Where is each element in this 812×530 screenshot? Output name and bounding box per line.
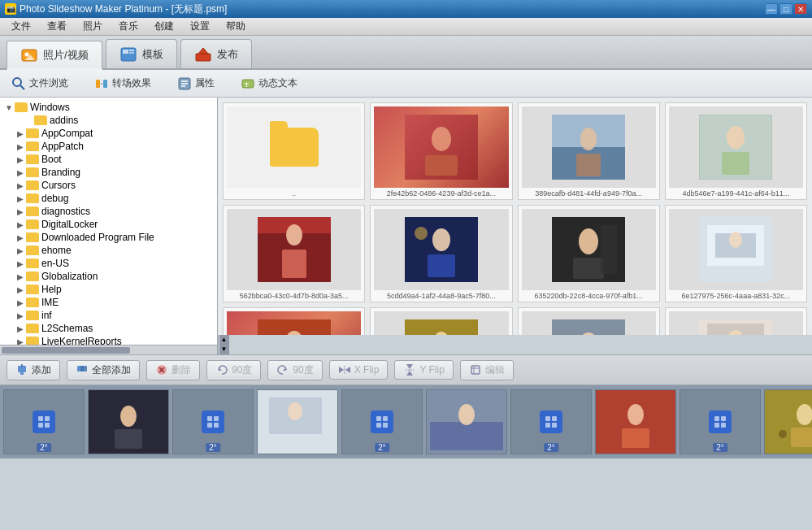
tab-photos-videos[interactable]: 照片/视频 — [7, 41, 102, 70]
svg-rect-5 — [129, 50, 134, 51]
toolbar-file-browser[interactable]: 文件浏览 — [7, 75, 73, 93]
film-cell-9[interactable] — [764, 389, 812, 454]
tree-item-debug[interactable]: ▶ debug — [0, 192, 217, 205]
img-cell-10[interactable] — [665, 307, 807, 335]
svg-rect-11 — [96, 80, 100, 88]
img-thumb-9 — [522, 311, 656, 335]
tree-item-diagnostics[interactable]: ▶ diagnostics — [0, 205, 217, 218]
img-label-0: 2fe42b62-0486-4239-af3d-ce1a... — [374, 189, 508, 198]
close-button[interactable]: ✕ — [794, 3, 807, 15]
maximize-button[interactable]: □ — [779, 3, 792, 15]
img-cell-3[interactable]: 562bbca0-43c0-4d7b-8d0a-3a5... — [223, 205, 365, 302]
image-grid[interactable]: .. 2fe42b62-0486-4239-af3d-ce1a... — [218, 98, 812, 335]
menu-music[interactable]: 音乐 — [111, 18, 146, 35]
tree-item-l2schemas[interactable]: ▶ L2Schemas — [0, 322, 217, 335]
add-all-button[interactable]: 全部添加 — [67, 360, 140, 380]
img-cell-0[interactable]: 2fe42b62-0486-4239-af3d-ce1a... — [370, 102, 512, 200]
tree-item-inf[interactable]: ▶ inf — [0, 309, 217, 322]
add-all-icon — [76, 363, 89, 376]
film-cell-5[interactable] — [426, 389, 507, 454]
delete-button[interactable]: 删除 — [146, 360, 200, 380]
menu-settings[interactable]: 设置 — [182, 18, 218, 35]
tree-item-ime[interactable]: ▶ IME — [0, 296, 217, 309]
filmstrip[interactable]: 2° 2° 2° 2° 2° — [0, 385, 812, 458]
tree-item-ehome[interactable]: ▶ ehome — [0, 244, 217, 257]
rotate-left-button[interactable]: 90度 — [206, 360, 261, 380]
film-cell-2[interactable]: 2° — [172, 389, 254, 454]
img-cell-5[interactable]: 635220db-22c8-4cca-970f-afb1... — [518, 205, 660, 302]
tree-item-livekernelreports[interactable]: ▶ LiveKernelReports — [0, 335, 217, 345]
svg-rect-38 — [428, 254, 455, 277]
toolbar: 文件浏览 转场效果 属性 T 动态文本 — [0, 70, 812, 98]
svg-marker-75 — [283, 367, 286, 371]
menu-view[interactable]: 查看 — [39, 18, 75, 35]
text-icon: T — [241, 76, 255, 91]
folder-icon-l2schemas — [26, 324, 39, 333]
menu-help[interactable]: 帮助 — [218, 18, 254, 35]
svg-rect-104 — [376, 423, 381, 428]
svg-rect-86 — [38, 416, 43, 421]
toolbar-dynamic-text[interactable]: T 动态文本 — [236, 75, 302, 93]
img-label-6: 6e127975-256c-4aaa-a831-32c... — [669, 292, 803, 300]
img-cell-6[interactable]: 6e127975-256c-4aaa-a831-32c... — [665, 205, 807, 302]
img-cell-8[interactable] — [370, 307, 512, 335]
tree-item-downloaded[interactable]: ▶ Downloaded Program File — [0, 231, 217, 244]
tree-item-digitallocker[interactable]: ▶ DigitalLocker — [0, 218, 217, 231]
film-cell-6[interactable]: 2° — [510, 389, 592, 454]
film-badge-8: 2° — [713, 443, 727, 452]
tree-item-appcompat[interactable]: ▶ AppCompat — [0, 127, 217, 140]
minimize-button[interactable]: — — [765, 3, 778, 15]
delete-icon — [155, 363, 168, 376]
rotate-right-button[interactable]: 90度 — [267, 360, 322, 380]
tree-item-addins[interactable]: addins — [0, 114, 217, 127]
flip-x-button[interactable]: X Flip — [329, 360, 389, 380]
tab-templates[interactable]: 模板 — [106, 39, 177, 68]
filetree-hscroll[interactable] — [0, 345, 217, 354]
svg-rect-124 — [791, 428, 812, 447]
file-tree: ▼ Windows addins ▶ AppCompat ▶ AppPatch — [0, 98, 218, 354]
menu-create[interactable]: 创建 — [146, 18, 182, 35]
svg-line-10 — [20, 85, 24, 89]
film-cell-0[interactable]: 2° — [3, 389, 85, 454]
tree-item-apppatch[interactable]: ▶ AppPatch — [0, 140, 217, 153]
add-button[interactable]: 添加 — [7, 360, 60, 380]
img-thumb-6 — [669, 209, 803, 290]
svg-point-108 — [458, 404, 475, 425]
img-cell-2[interactable]: 4db546e7-a199-441c-af64-b11... — [665, 102, 807, 200]
window-controls: — □ ✕ — [765, 3, 807, 15]
file-tree-scroll[interactable]: ▼ Windows addins ▶ AppCompat ▶ AppPatch — [0, 98, 217, 345]
img-cell-4[interactable]: 5cdd49a4-1af2-44a8-9ac5-7f80... — [370, 205, 512, 302]
film-cell-1[interactable] — [88, 389, 169, 454]
svg-rect-29 — [722, 152, 749, 175]
tree-item-globalization[interactable]: ▶ Globalization — [0, 270, 217, 283]
folder-icon-digitallocker — [26, 219, 39, 229]
menu-photos[interactable]: 照片 — [75, 18, 111, 35]
toolbar-transitions[interactable]: 转场效果 — [89, 75, 156, 93]
menu-file[interactable]: 文件 — [3, 18, 39, 35]
img-cell-7[interactable] — [223, 307, 365, 335]
film-cell-4[interactable]: 2° — [341, 389, 423, 454]
film-cell-3[interactable] — [257, 389, 338, 454]
tree-item-enus[interactable]: ▶ en-US — [0, 257, 217, 270]
flip-y-button[interactable]: Y Flip — [394, 360, 453, 380]
folder-icon-diagnostics — [26, 206, 39, 216]
svg-rect-121 — [721, 423, 726, 428]
film-cell-8[interactable]: 2° — [680, 389, 761, 454]
folder-cell[interactable]: .. — [223, 102, 365, 200]
img-cell-1[interactable]: 389ecafb-d481-44fd-a949-7f0a... — [518, 102, 660, 200]
tree-root-windows[interactable]: ▼ Windows — [0, 101, 217, 114]
tree-item-boot[interactable]: ▶ Boot — [0, 153, 217, 166]
tree-item-help[interactable]: ▶ Help — [0, 283, 217, 296]
img-cell-9[interactable] — [518, 307, 660, 335]
grid-vscrollbar[interactable]: ▲ ▼ — [218, 335, 229, 354]
toolbar-properties[interactable]: 属性 — [172, 75, 219, 93]
film-cell-7[interactable] — [595, 389, 676, 454]
tab-publish[interactable]: 发布 — [180, 39, 252, 68]
svg-point-28 — [727, 126, 745, 149]
img-thumb-4 — [374, 209, 508, 290]
tree-item-branding[interactable]: ▶ Branding — [0, 166, 217, 179]
tree-item-cursors[interactable]: ▶ Cursors — [0, 179, 217, 192]
edit-button[interactable]: 编辑 — [460, 360, 514, 380]
scroll-thumb — [220, 353, 228, 354]
scroll-up-btn[interactable]: ▲ — [219, 335, 229, 345]
